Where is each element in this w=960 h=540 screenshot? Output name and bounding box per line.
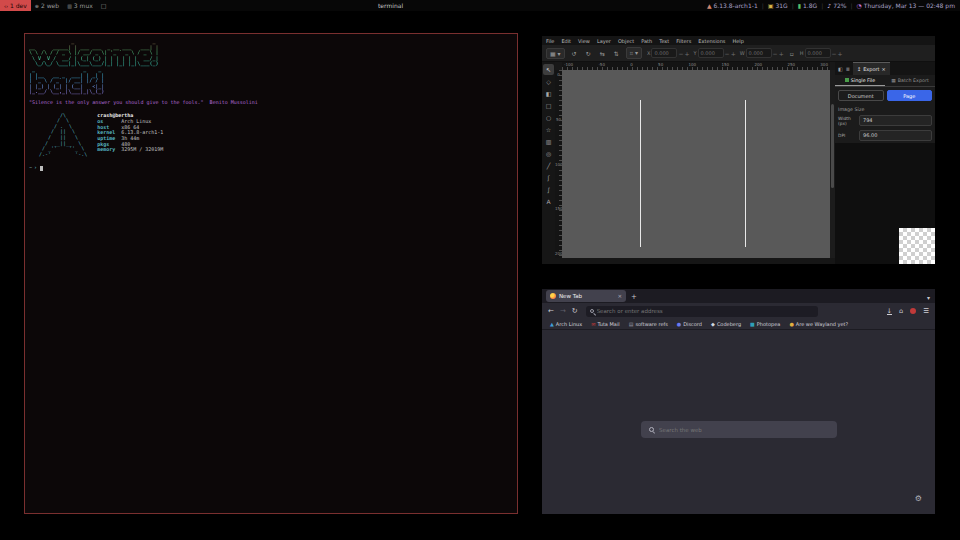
increment-icon[interactable]: + <box>685 50 690 57</box>
bookmark-item[interactable]: ■Photopea <box>750 321 780 327</box>
width-input[interactable]: 794 <box>859 115 932 126</box>
home-icon[interactable]: ⌂ <box>899 307 903 315</box>
menu-item-edit[interactable]: Edit <box>561 38 571 44</box>
menu-item-layer[interactable]: Layer <box>597 38 611 44</box>
layout-symbol[interactable]: □ <box>97 2 111 9</box>
menu-item-help[interactable]: Help <box>732 38 743 44</box>
bookmark-label: Tuta Mail <box>597 321 619 327</box>
flip-horizontal-icon[interactable]: ⇆ <box>598 49 607 58</box>
ruler-tick-label: 200 <box>754 62 762 70</box>
image-size-section-title: Image Size <box>835 104 935 113</box>
menu-item-file[interactable]: File <box>546 38 554 44</box>
menu-item-path[interactable]: Path <box>641 38 652 44</box>
export-dialog-tab[interactable]: ↥ Export × <box>853 62 890 75</box>
snap-controls-dropdown[interactable]: ⌗ ▾ <box>626 47 642 59</box>
increment-icon[interactable]: + <box>779 50 784 57</box>
ruler-horizontal[interactable]: -100-50050100150200250300 <box>562 62 830 70</box>
status-text: 6.13.8-arch1-1 <box>714 2 758 9</box>
drawn-path-line-2[interactable] <box>745 100 746 247</box>
shell-prompt[interactable]: ~ › <box>29 165 513 171</box>
export-mode-tab-single-file[interactable]: Single File <box>835 75 885 86</box>
fetch-value: 3295M / 32019M <box>121 147 163 153</box>
canvas-horizontal-scrollbar[interactable] <box>555 258 835 264</box>
decrement-icon[interactable]: − <box>678 50 683 57</box>
url-input[interactable] <box>597 308 814 314</box>
decrement-icon[interactable]: − <box>773 50 778 57</box>
rotate-ccw-icon[interactable]: ↺ <box>570 49 579 58</box>
menu-hamburger-icon[interactable]: ☰ <box>923 307 929 315</box>
back-button[interactable]: ← <box>548 307 554 315</box>
flip-vertical-icon[interactable]: ⇅ <box>612 49 621 58</box>
status-separator: | <box>762 2 764 9</box>
pencil-tool[interactable]: ╱ <box>543 160 554 171</box>
menu-item-filters[interactable]: Filters <box>676 38 691 44</box>
increment-icon[interactable]: + <box>731 50 736 57</box>
export-scope-document-button[interactable]: Document <box>838 90 884 101</box>
rectangle-tool[interactable]: □ <box>543 100 554 111</box>
drawn-path-line-1[interactable] <box>640 100 641 247</box>
text-tool[interactable]: A <box>543 196 554 207</box>
box-3d-tool[interactable]: ▥ <box>543 136 554 147</box>
layers-dialog-icon[interactable]: ≣ <box>846 66 850 72</box>
bookmark-item[interactable]: ◆Codeberg <box>711 321 741 327</box>
personalize-gear-icon[interactable]: ⚙ <box>915 494 922 503</box>
bookmark-item[interactable]: ▲Arch Linux <box>550 321 582 327</box>
export-scope-page-button[interactable]: Page <box>887 90 933 101</box>
field-value-box[interactable]: 0.000 <box>746 48 772 58</box>
bookmark-label: Codeberg <box>717 321 741 327</box>
selector-options-dropdown[interactable]: ▦ ▾ <box>546 48 565 59</box>
spiral-tool[interactable]: ◎ <box>543 148 554 159</box>
ellipse-tool[interactable]: ○ <box>543 112 554 123</box>
menu-item-text[interactable]: Text <box>659 38 669 44</box>
close-icon[interactable]: × <box>882 66 886 72</box>
dpi-input[interactable]: 96.00 <box>859 130 932 141</box>
prompt-symbol: › <box>34 165 37 171</box>
ruler-vertical[interactable]: 050100150200 <box>555 70 562 258</box>
downloads-icon[interactable]: ↓ <box>887 308 892 315</box>
url-bar[interactable] <box>586 306 818 317</box>
fill-stroke-dialog-icon[interactable]: ◧ <box>838 66 843 72</box>
workspace-tag[interactable]: ⊕2 web <box>31 0 63 11</box>
bookmark-item[interactable]: ●Are we Wayland yet? <box>789 321 848 327</box>
forward-button[interactable]: → <box>560 307 566 315</box>
bookmark-item[interactable]: ✉Tuta Mail <box>591 321 619 327</box>
bookmark-label: software refs <box>635 321 667 327</box>
bookmark-item[interactable]: ●Discord <box>677 321 702 327</box>
inkscape-canvas[interactable] <box>562 70 830 258</box>
workspace-tag[interactable]: ‹›1 dev <box>0 0 31 11</box>
menu-item-extensions[interactable]: Extensions <box>698 38 725 44</box>
ruler-tick-label: 100 <box>689 62 697 70</box>
bookmark-item[interactable]: ▤software refs <box>629 321 668 327</box>
lock-ratio-icon[interactable]: ▫ <box>788 49 796 58</box>
tab-close-icon[interactable]: × <box>617 293 622 299</box>
fetch-row: memory3295M / 32019M <box>97 147 163 153</box>
menu-item-view[interactable]: View <box>578 38 590 44</box>
node-editor-tool[interactable]: ◇ <box>543 76 554 87</box>
calligraphy-tool[interactable]: ∫ <box>543 184 554 195</box>
shape-builder-tool[interactable]: ◧ <box>543 88 554 99</box>
web-search-box[interactable] <box>641 421 837 438</box>
web-search-input[interactable] <box>659 427 829 433</box>
decrement-icon[interactable]: − <box>832 50 837 57</box>
export-mode-tab-batch-export[interactable]: ▦Batch Export <box>885 75 935 86</box>
list-tabs-chevron-icon[interactable]: ▾ <box>927 294 930 301</box>
terminal-window[interactable]: _ _ __ _____| | ___ ___ _ __ ___ ___| | … <box>24 33 518 514</box>
field-value-box[interactable]: 0.000 <box>698 48 724 58</box>
menu-item-object[interactable]: Object <box>618 38 634 44</box>
transform-field-h: H0.000−+ <box>800 48 843 58</box>
workspace-tag[interactable]: ▥3 mux <box>63 0 97 11</box>
photopea-icon: ■ <box>750 321 755 327</box>
star-tool[interactable]: ☆ <box>543 124 554 135</box>
new-tab-button[interactable]: + <box>631 293 637 301</box>
field-value-box[interactable]: 0.000 <box>805 48 831 58</box>
decrement-icon[interactable]: − <box>725 50 730 57</box>
rotate-cw-icon[interactable]: ↻ <box>584 49 593 58</box>
field-value-box[interactable]: 0.000 <box>651 48 677 58</box>
bezier-pen-tool[interactable]: ʃ <box>543 172 554 183</box>
field-label: Y <box>694 50 697 56</box>
browser-tab[interactable]: New Tab × <box>546 290 626 302</box>
selector-tool[interactable]: ↖ <box>543 64 554 75</box>
adblock-shield-icon[interactable] <box>910 308 916 314</box>
increment-icon[interactable]: + <box>838 50 843 57</box>
reload-button[interactable]: ↻ <box>572 307 578 315</box>
